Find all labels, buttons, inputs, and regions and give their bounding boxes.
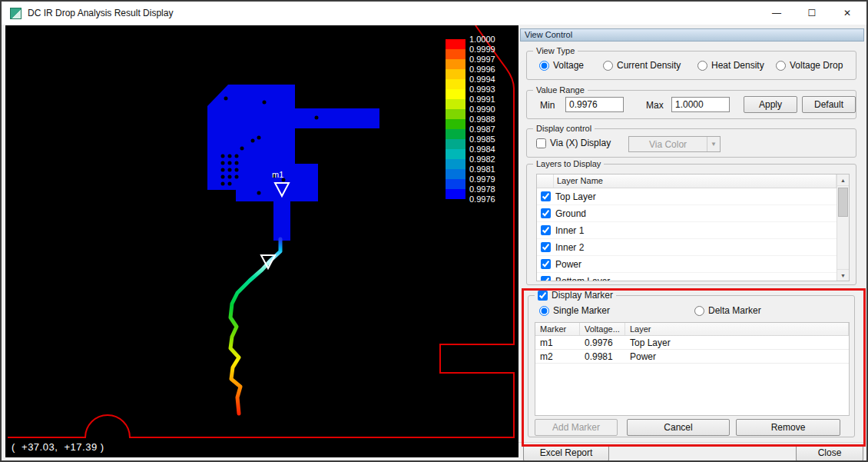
window-title: DC IR Drop Analysis Result Display	[28, 2, 173, 25]
app-window: DC IR Drop Analysis Result Display — ☐ ✕	[0, 0, 868, 462]
legend-labels: 1.00000.99990.99970.99960.99940.99930.99…	[469, 35, 495, 204]
marker-col-header: Marker	[535, 323, 580, 335]
radio-voltage-input[interactable]	[539, 61, 549, 71]
radio-heat-density-input[interactable]	[697, 61, 707, 71]
layers-list-header: Layer Name	[537, 174, 837, 188]
marker-cell: m2	[535, 350, 580, 363]
via-display-label: Via (X) Display	[550, 138, 611, 148]
via-color-dropdown-value: Via Color	[629, 139, 707, 150]
radio-current-density-input[interactable]	[603, 61, 613, 71]
radio-delta-marker-input[interactable]	[694, 306, 704, 316]
layer-row-bottom-layer[interactable]: Bottom Layer	[537, 273, 837, 281]
layer-label: Inner 2	[555, 242, 584, 253]
layer-checkbox-ground[interactable]	[541, 208, 551, 218]
pcb-result-canvas[interactable]: m1 1.00000.99990.99970.99960.99940.99930…	[5, 25, 518, 457]
value-range-group: Value Range Min Max Apply Default	[526, 90, 856, 119]
cancel-button[interactable]: Cancel	[627, 419, 730, 436]
close-icon[interactable]: ✕	[830, 2, 865, 25]
app-icon	[10, 8, 22, 19]
marker-table-header: Marker Voltage... Layer	[535, 323, 849, 336]
layer-label: Inner 1	[555, 225, 584, 236]
cursor-coordinates: ( +37.03, +17.39 )	[12, 441, 104, 453]
view-type-group: View Type Voltage Current Density Heat D…	[526, 51, 856, 80]
ir-drop-trace	[230, 239, 280, 414]
radio-voltage[interactable]: Voltage	[539, 60, 584, 71]
min-label: Min	[540, 100, 555, 111]
voltage-cell: 0.9976	[580, 336, 625, 349]
remove-button[interactable]: Remove	[736, 419, 840, 436]
display-marker-checkbox[interactable]	[538, 291, 548, 301]
marker-row-m2[interactable]: m2 0.9981 Power	[535, 350, 849, 364]
layer-checkbox-bottom-layer[interactable]	[541, 276, 551, 281]
color-legend: 1.00000.99990.99970.99960.99940.99930.99…	[446, 35, 495, 204]
add-marker-button[interactable]: Add Marker	[535, 419, 618, 436]
view-control-panel: View Control View Type Voltage Current D…	[518, 25, 866, 460]
radio-heat-density-label: Heat Density	[711, 60, 764, 71]
chevron-down-icon: ▼	[707, 137, 720, 151]
marker-m1-label: m1	[272, 170, 283, 179]
marker-table[interactable]: Marker Voltage... Layer m1 0.9976 Top La…	[535, 322, 850, 416]
via-display-checkbox-item[interactable]: Via (X) Display	[536, 138, 611, 148]
apply-button[interactable]: Apply	[744, 96, 797, 113]
radio-current-density-label: Current Density	[617, 60, 681, 71]
layer-cell: Power	[625, 350, 849, 363]
layers-list[interactable]: Layer Name Top Layer Ground Inner 1	[536, 174, 850, 281]
layer-checkbox-inner-1[interactable]	[541, 225, 551, 235]
display-marker-legend[interactable]: Display Marker	[535, 289, 616, 301]
excel-report-button[interactable]: Excel Report	[523, 444, 609, 461]
layers-group: Layers to Display Layer Name Top Layer G…	[526, 164, 856, 285]
minimize-button[interactable]: —	[759, 2, 794, 25]
layers-scrollbar[interactable]: ▲ ▼	[837, 174, 849, 281]
close-button[interactable]: Close	[796, 444, 863, 461]
radio-single-marker[interactable]: Single Marker	[539, 305, 610, 316]
display-marker-label: Display Marker	[552, 290, 613, 301]
layer-checkbox-inner-2[interactable]	[541, 242, 551, 252]
scroll-down-icon[interactable]: ▼	[837, 269, 849, 281]
marker-row-m1[interactable]: m1 0.9976 Top Layer	[535, 336, 849, 350]
layer-checkbox-power[interactable]	[541, 259, 551, 269]
layer-row-inner-2[interactable]: Inner 2	[537, 239, 837, 256]
radio-delta-marker-label: Delta Marker	[708, 305, 761, 316]
voltage-col-header: Voltage...	[580, 323, 625, 335]
layer-row-top-layer[interactable]: Top Layer	[537, 188, 837, 205]
default-button[interactable]: Default	[802, 96, 856, 113]
radio-voltage-drop-label: Voltage Drop	[790, 60, 843, 71]
layers-group-label: Layers to Display	[533, 158, 604, 169]
radio-single-marker-input[interactable]	[539, 306, 549, 316]
via-display-checkbox[interactable]	[536, 138, 546, 148]
max-value-input[interactable]	[671, 97, 730, 112]
radio-voltage-drop-input[interactable]	[776, 61, 786, 71]
radio-single-marker-label: Single Marker	[553, 305, 610, 316]
layer-row-ground[interactable]: Ground	[537, 205, 837, 222]
panel-title: View Control	[520, 28, 864, 42]
radio-voltage-label: Voltage	[553, 60, 584, 71]
layer-label: Top Layer	[555, 191, 596, 202]
via-color-dropdown[interactable]: Via Color ▼	[628, 136, 721, 152]
legend-swatches	[446, 39, 465, 204]
pcb-drawing	[5, 25, 518, 457]
display-marker-group: Display Marker Single Marker Delta Marke…	[528, 295, 855, 437]
radio-voltage-drop[interactable]: Voltage Drop	[776, 60, 843, 71]
layers-header-checkbox-col	[537, 174, 554, 188]
layer-checkbox-top-layer[interactable]	[541, 191, 551, 201]
min-value-input[interactable]	[565, 97, 624, 112]
maximize-button[interactable]: ☐	[794, 2, 830, 25]
marker-cell: m1	[535, 336, 580, 349]
copper-pour-shape	[207, 85, 379, 241]
layer-label: Bottom Layer	[555, 276, 610, 281]
radio-heat-density[interactable]: Heat Density	[697, 60, 764, 71]
voltage-cell: 0.9981	[580, 350, 625, 363]
value-range-group-label: Value Range	[533, 85, 588, 95]
layer-col-header: Layer	[625, 323, 849, 335]
layer-label: Ground	[555, 208, 586, 219]
layer-row-power[interactable]: Power	[537, 256, 837, 273]
scroll-up-icon[interactable]: ▲	[837, 174, 849, 186]
scrollbar-thumb[interactable]	[838, 188, 848, 217]
view-type-group-label: View Type	[533, 45, 578, 56]
title-bar[interactable]: DC IR Drop Analysis Result Display — ☐ ✕	[2, 2, 866, 25]
layer-row-inner-1[interactable]: Inner 1	[537, 222, 837, 239]
layer-cell: Top Layer	[625, 336, 849, 349]
layers-header-name-col: Layer Name	[554, 174, 837, 188]
radio-delta-marker[interactable]: Delta Marker	[694, 305, 761, 316]
radio-current-density[interactable]: Current Density	[603, 60, 681, 71]
